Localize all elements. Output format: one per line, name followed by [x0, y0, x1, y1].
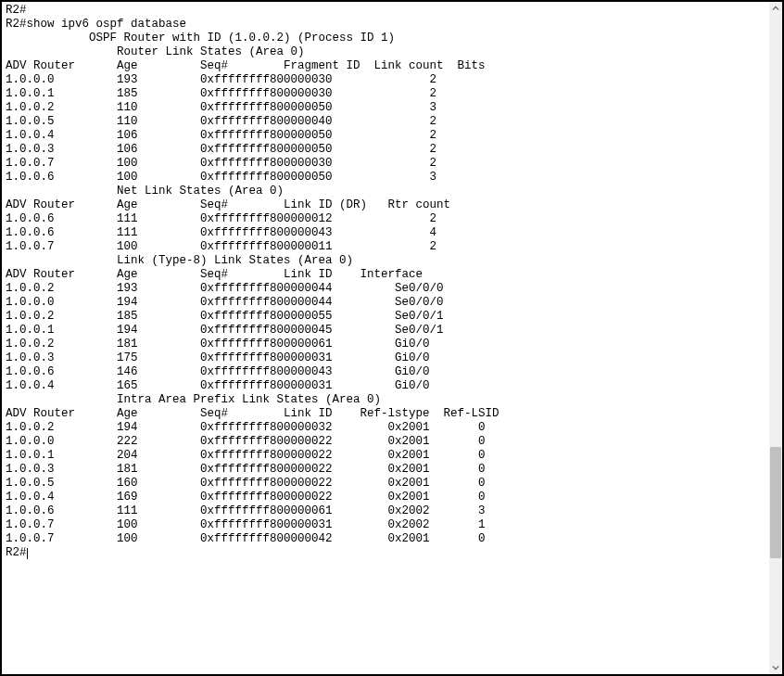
table-header: ADV Router Age Seq# Link ID Interface: [6, 268, 765, 282]
output-header: OSPF Router with ID (1.0.0.2) (Process I…: [6, 32, 765, 45]
scroll-up-button[interactable]: [769, 2, 782, 15]
scroll-thumb[interactable]: [770, 447, 781, 558]
table-header: ADV Router Age Seq# Fragment ID Link cou…: [6, 59, 765, 73]
table-row: 1.0.0.7 100 0xffffffff800000011 2: [6, 240, 765, 254]
table-row: 1.0.0.1 194 0xffffffff800000045 Se0/0/1: [6, 324, 765, 338]
table-header: ADV Router Age Seq# Link ID Ref-lstype R…: [6, 407, 765, 421]
table-row: 1.0.0.0 193 0xffffffff800000030 2: [6, 73, 765, 87]
table-row: 1.0.0.3 175 0xffffffff800000031 Gi0/0: [6, 351, 765, 365]
table-row: 1.0.0.0 194 0xffffffff800000044 Se0/0/0: [6, 296, 765, 310]
table-row: 1.0.0.4 106 0xffffffff800000050 2: [6, 129, 765, 143]
section-title: Router Link States (Area 0): [6, 45, 765, 59]
terminal-window: R2#R2#show ipv6 ospf database OSPF Route…: [0, 0, 784, 676]
table-row: 1.0.0.6 146 0xffffffff800000043 Gi0/0: [6, 365, 765, 379]
table-row: 1.0.0.2 110 0xffffffff800000050 3: [6, 101, 765, 115]
prompt-line[interactable]: R2#: [6, 546, 765, 560]
table-row: 1.0.0.5 110 0xffffffff800000040 2: [6, 115, 765, 129]
terminal-output[interactable]: R2#R2#show ipv6 ospf database OSPF Route…: [2, 2, 769, 674]
table-row: 1.0.0.2 181 0xffffffff800000061 Gi0/0: [6, 338, 765, 351]
table-header: ADV Router Age Seq# Link ID (DR) Rtr cou…: [6, 198, 765, 212]
table-row: 1.0.0.6 111 0xffffffff800000061 0x2002 3: [6, 504, 765, 518]
scroll-down-button[interactable]: [769, 661, 782, 674]
table-row: 1.0.0.6 111 0xffffffff800000012 2: [6, 212, 765, 226]
vertical-scrollbar[interactable]: [769, 2, 782, 674]
table-row: 1.0.0.6 111 0xffffffff800000043 4: [6, 226, 765, 240]
table-row: 1.0.0.7 100 0xffffffff800000042 0x2001 0: [6, 532, 765, 546]
table-row: 1.0.0.6 100 0xffffffff800000050 3: [6, 171, 765, 185]
prompt-line: R2#: [6, 4, 765, 18]
table-row: 1.0.0.0 222 0xffffffff800000022 0x2001 0: [6, 435, 765, 449]
text-cursor: [27, 548, 28, 559]
table-row: 1.0.0.3 106 0xffffffff800000050 2: [6, 143, 765, 157]
table-row: 1.0.0.3 181 0xffffffff800000022 0x2001 0: [6, 463, 765, 477]
table-row: 1.0.0.7 100 0xffffffff800000030 2: [6, 157, 765, 171]
table-row: 1.0.0.1 185 0xffffffff800000030 2: [6, 87, 765, 101]
section-title: Net Link States (Area 0): [6, 185, 765, 198]
section-title: Intra Area Prefix Link States (Area 0): [6, 393, 765, 407]
section-title: Link (Type-8) Link States (Area 0): [6, 254, 765, 268]
command-line: R2#show ipv6 ospf database: [6, 18, 765, 32]
table-row: 1.0.0.5 160 0xffffffff800000022 0x2001 0: [6, 477, 765, 491]
table-row: 1.0.0.1 204 0xffffffff800000022 0x2001 0: [6, 449, 765, 463]
table-row: 1.0.0.2 194 0xffffffff800000032 0x2001 0: [6, 421, 765, 435]
table-row: 1.0.0.7 100 0xffffffff800000031 0x2002 1: [6, 518, 765, 532]
table-row: 1.0.0.2 185 0xffffffff800000055 Se0/0/1: [6, 310, 765, 324]
table-row: 1.0.0.2 193 0xffffffff800000044 Se0/0/0: [6, 282, 765, 296]
table-row: 1.0.0.4 169 0xffffffff800000022 0x2001 0: [6, 491, 765, 504]
table-row: 1.0.0.4 165 0xffffffff800000031 Gi0/0: [6, 379, 765, 393]
